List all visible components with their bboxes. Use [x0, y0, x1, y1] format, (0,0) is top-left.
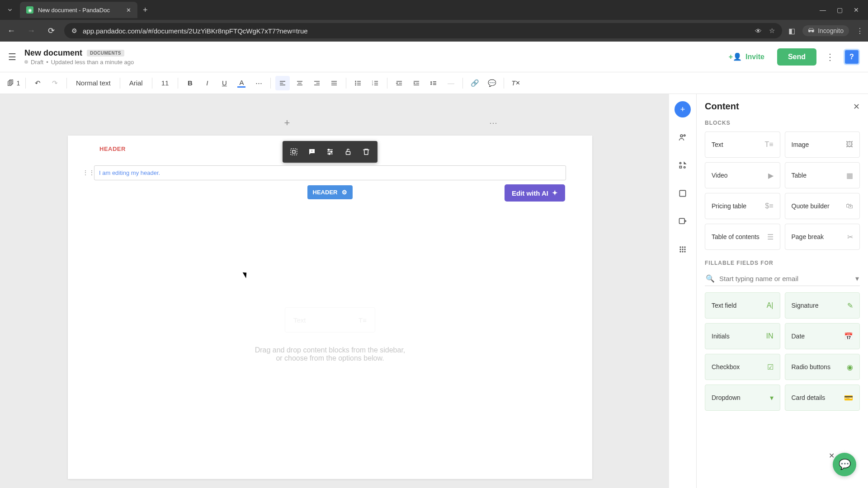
- block-text[interactable]: TextT≡: [705, 131, 780, 158]
- block-video[interactable]: Video▶: [705, 162, 780, 188]
- page-options-button[interactable]: ⋯: [489, 118, 497, 128]
- gear-icon[interactable]: ⚙: [342, 189, 347, 196]
- browser-menu-icon[interactable]: ⋮: [856, 27, 863, 35]
- reload-button[interactable]: ⟳: [44, 26, 58, 36]
- chat-fab-button[interactable]: 💬: [833, 453, 856, 476]
- block-image[interactable]: Image🖼: [785, 131, 860, 158]
- clear-formatting-button[interactable]: T✕: [509, 76, 523, 90]
- font-size-value: 11: [161, 79, 169, 87]
- rail-workflow-button[interactable]: [675, 213, 691, 230]
- tab-close-icon[interactable]: ✕: [126, 7, 131, 14]
- close-window-icon[interactable]: ✕: [854, 6, 859, 14]
- block-lock-icon[interactable]: [340, 144, 357, 160]
- url-bar[interactable]: ⚙ app.pandadoc.com/a/#/documents/2UzYiBK…: [64, 23, 782, 38]
- font-size-select[interactable]: 11: [157, 77, 174, 89]
- block-table[interactable]: Table▦: [785, 162, 860, 188]
- maximize-icon[interactable]: ▢: [837, 6, 843, 14]
- svg-point-56: [684, 249, 685, 250]
- block-select-icon[interactable]: [285, 144, 302, 160]
- send-button[interactable]: Send: [777, 48, 816, 66]
- chevron-down-icon[interactable]: ▾: [855, 274, 859, 283]
- menu-icon[interactable]: ☰: [8, 52, 16, 62]
- rail-design-button[interactable]: [675, 185, 691, 202]
- rail-content-button[interactable]: +: [675, 101, 691, 117]
- recipient-search-input[interactable]: [719, 275, 851, 282]
- svg-rect-34: [292, 150, 295, 153]
- app-header: ☰ New document DOCUMENTS Draft • Updated…: [0, 42, 868, 72]
- link-button[interactable]: 🔗: [467, 76, 482, 90]
- rail-apps-button[interactable]: [675, 241, 691, 258]
- header-text-input[interactable]: [94, 165, 566, 180]
- text-color-button[interactable]: A: [234, 76, 249, 90]
- bold-button[interactable]: B: [183, 76, 197, 90]
- help-button[interactable]: ?: [844, 49, 860, 65]
- rail-variables-button[interactable]: [675, 157, 691, 174]
- field-signature[interactable]: Signature✎: [785, 292, 860, 319]
- document-page[interactable]: HEADER + ⋮⋮: [68, 136, 592, 479]
- document-title[interactable]: New document: [24, 48, 82, 58]
- incognito-label: Incognito: [818, 27, 844, 34]
- back-button[interactable]: ←: [5, 26, 18, 36]
- field-card-details[interactable]: Card details💳: [785, 385, 860, 411]
- numbered-list-button[interactable]: 123: [368, 76, 382, 90]
- svg-point-48: [684, 167, 685, 168]
- block-settings-icon[interactable]: [321, 144, 339, 160]
- add-block-button[interactable]: +: [284, 117, 290, 129]
- ghost-text-block[interactable]: Text T≡: [285, 307, 375, 333]
- align-left-button[interactable]: [275, 76, 290, 90]
- text-field-icon: A|: [767, 301, 774, 310]
- minimize-icon[interactable]: —: [820, 6, 826, 14]
- recipient-search[interactable]: 🔍 ▾: [705, 272, 860, 286]
- header-block[interactable]: ⋮⋮: [94, 165, 566, 180]
- block-quote-builder[interactable]: Quote builder🛍: [785, 193, 860, 219]
- redo-button[interactable]: ↷: [47, 76, 62, 90]
- forward-button[interactable]: →: [24, 26, 38, 36]
- svg-rect-42: [346, 151, 350, 155]
- site-settings-icon[interactable]: ⚙: [71, 27, 77, 34]
- underline-button[interactable]: U: [217, 76, 231, 90]
- field-date[interactable]: Date📅: [785, 323, 860, 349]
- side-panel-icon[interactable]: ◧: [788, 27, 795, 35]
- outdent-button[interactable]: [392, 76, 406, 90]
- block-toc[interactable]: Table of contents☰: [705, 224, 780, 250]
- field-initials[interactable]: InitialsIN: [705, 323, 780, 349]
- canvas[interactable]: + ⋯ HEADER +: [0, 94, 669, 488]
- incognito-badge[interactable]: 🕶 Incognito: [802, 25, 849, 36]
- bookmark-icon[interactable]: ☆: [769, 27, 775, 35]
- font-select[interactable]: Arial: [125, 77, 147, 89]
- italic-button[interactable]: I: [200, 76, 214, 90]
- block-page-break[interactable]: Page break✂: [785, 224, 860, 250]
- field-checkbox[interactable]: Checkbox☑: [705, 354, 780, 380]
- field-radio[interactable]: Radio buttons◉: [785, 354, 860, 380]
- drag-handle-icon[interactable]: ⋮⋮: [82, 169, 95, 176]
- search-tabs-button[interactable]: [4, 4, 16, 16]
- browser-tab[interactable]: ◉ New document - PandaDoc ✕: [20, 2, 137, 18]
- more-formatting-button[interactable]: ⋯: [251, 76, 266, 90]
- rail-recipients-button[interactable]: [675, 129, 691, 145]
- block-pricing-table[interactable]: Pricing table$≡: [705, 193, 780, 219]
- new-tab-button[interactable]: +: [143, 5, 148, 15]
- field-text[interactable]: Text fieldA|: [705, 292, 780, 319]
- comment-button[interactable]: 💬: [485, 76, 499, 90]
- align-center-button[interactable]: [292, 76, 307, 90]
- more-actions-icon[interactable]: ⋮: [823, 49, 837, 65]
- block-comment-icon[interactable]: +: [303, 144, 321, 160]
- edit-with-ai-button[interactable]: Edit with AI ✦: [505, 184, 565, 202]
- header-block-tag[interactable]: HEADER ⚙: [307, 185, 353, 199]
- panel-close-icon[interactable]: ✕: [853, 102, 860, 112]
- block-delete-icon[interactable]: [358, 144, 375, 160]
- field-dropdown[interactable]: Dropdown▾: [705, 385, 780, 411]
- text-style-select[interactable]: Normal text: [71, 77, 115, 89]
- align-right-button[interactable]: [310, 76, 324, 90]
- svg-point-39: [331, 151, 332, 153]
- eye-off-icon[interactable]: 👁: [755, 27, 762, 35]
- horizontal-rule-button[interactable]: —: [443, 76, 458, 90]
- indent-button[interactable]: [409, 76, 424, 90]
- invite-button[interactable]: +👤 Invite: [722, 49, 771, 65]
- bullet-list-button[interactable]: [351, 76, 365, 90]
- undo-button[interactable]: ↶: [30, 76, 45, 90]
- line-spacing-button[interactable]: [426, 76, 441, 90]
- sparkle-icon: ✦: [552, 189, 558, 197]
- align-justify-button[interactable]: [327, 76, 341, 90]
- pages-button[interactable]: 🗐 1: [6, 76, 21, 90]
